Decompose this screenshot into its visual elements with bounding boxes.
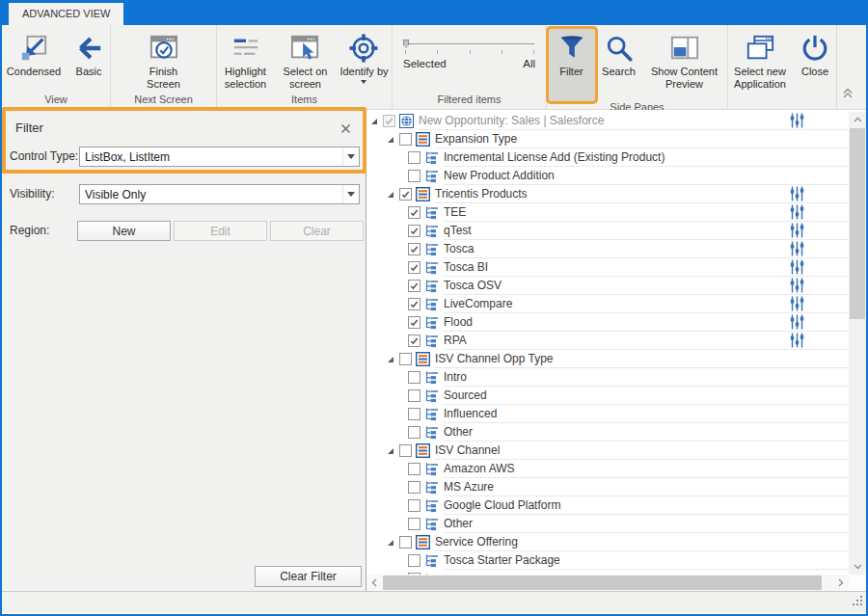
region-edit-button[interactable]: Edit: [174, 221, 267, 241]
tree-row[interactable]: Influenced: [366, 405, 849, 423]
scroll-left-button[interactable]: [366, 575, 382, 591]
show-content-preview-button[interactable]: Show Content Preview: [643, 29, 726, 93]
basic-button[interactable]: Basic: [68, 29, 110, 80]
expander-icon[interactable]: [387, 191, 399, 199]
collapse-ribbon-button[interactable]: [838, 87, 857, 102]
row-checkbox[interactable]: [408, 371, 420, 384]
row-checkbox[interactable]: [408, 151, 420, 164]
slider-thumb[interactable]: [403, 40, 409, 48]
row-checkbox[interactable]: [399, 353, 412, 365]
row-checkbox[interactable]: [399, 444, 412, 457]
highlight-selection-button[interactable]: Highlight selection: [217, 29, 274, 93]
tree-row[interactable]: Tosca OSV: [366, 277, 849, 295]
region-new-button[interactable]: New: [77, 221, 171, 241]
row-checkbox[interactable]: [408, 316, 420, 329]
steering-sliders-icon[interactable]: [790, 241, 804, 256]
tree-row[interactable]: LiveCompare: [366, 295, 849, 313]
identify-by-button[interactable]: Identify by: [337, 29, 392, 86]
close-button[interactable]: Close: [794, 29, 836, 80]
close-icon[interactable]: [340, 121, 352, 132]
search-button[interactable]: Search: [597, 29, 641, 80]
row-checkbox[interactable]: [408, 389, 420, 402]
tree-row[interactable]: Other: [366, 515, 849, 533]
tree-row[interactable]: Expansion Type: [366, 130, 849, 148]
tree-row[interactable]: ISV Channel: [366, 442, 849, 460]
row-checkbox[interactable]: [408, 225, 420, 237]
row-checkbox[interactable]: [408, 518, 420, 530]
horizontal-scrollbar-thumb[interactable]: [383, 576, 822, 590]
tree-row[interactable]: Intro: [366, 368, 849, 387]
row-checkbox[interactable]: [408, 206, 420, 219]
row-checkbox[interactable]: [408, 280, 420, 292]
tree-row[interactable]: Tosca BI: [366, 258, 849, 277]
row-checkbox[interactable]: [408, 463, 420, 475]
tree-row[interactable]: New Product Addition: [366, 167, 849, 185]
clear-filter-button[interactable]: Clear Filter: [255, 566, 362, 587]
row-checkbox[interactable]: [408, 499, 420, 512]
steering-sliders-icon[interactable]: [790, 113, 804, 128]
tree-row[interactable]: qTest: [366, 222, 849, 240]
row-checkbox[interactable]: [408, 335, 420, 347]
tree-row[interactable]: Sourced: [366, 387, 849, 405]
expander-icon[interactable]: [370, 118, 383, 125]
control-type-dropdown-button[interactable]: [342, 147, 359, 166]
tree-row[interactable]: ISV Channel Opp Type: [366, 350, 849, 368]
steering-sliders-icon[interactable]: [790, 186, 804, 201]
row-checkbox[interactable]: [408, 298, 420, 310]
horizontal-scrollbar[interactable]: [366, 575, 849, 591]
finish-screen-button[interactable]: Finish Screen: [138, 29, 190, 93]
resize-grip-icon[interactable]: [853, 593, 863, 610]
steering-sliders-icon[interactable]: [790, 314, 804, 330]
expander-icon[interactable]: [387, 356, 399, 363]
region-clear-button[interactable]: Clear: [270, 221, 364, 241]
select-on-screen-button[interactable]: Select on screen: [276, 29, 335, 93]
row-checkbox[interactable]: [408, 554, 420, 567]
steering-sliders-icon[interactable]: [790, 204, 804, 220]
row-checkbox[interactable]: [408, 261, 420, 274]
row-checkbox[interactable]: [408, 408, 420, 420]
tree-row[interactable]: Flood: [366, 313, 849, 332]
steering-sliders-icon[interactable]: [790, 296, 804, 311]
vertical-scrollbar-thumb[interactable]: [850, 128, 865, 319]
row-checkbox[interactable]: [399, 536, 412, 549]
tree-row[interactable]: Tosca Starter Package: [366, 551, 849, 570]
tree-row[interactable]: Incremental License Add (Existing Produc…: [366, 148, 849, 167]
scroll-down-button[interactable]: [849, 559, 866, 575]
control-type-combobox[interactable]: ListBox, ListItem: [79, 147, 360, 167]
filter-button[interactable]: Filter: [549, 29, 595, 101]
tree-row[interactable]: TEE: [366, 203, 849, 222]
condensed-button[interactable]: Condensed: [2, 29, 66, 80]
steering-sliders-icon[interactable]: [790, 333, 804, 348]
tree-row[interactable]: RPA: [366, 332, 849, 350]
steering-sliders-icon[interactable]: [790, 259, 804, 275]
row-checkbox[interactable]: [408, 170, 420, 182]
steering-sliders-icon[interactable]: [790, 278, 804, 293]
slider-track[interactable]: [405, 43, 534, 44]
tree-row[interactable]: Other: [366, 423, 849, 442]
select-new-application-button[interactable]: Select new Application: [728, 29, 792, 93]
tree-row[interactable]: Tosca: [366, 240, 849, 258]
expander-icon[interactable]: [387, 539, 399, 547]
row-checkbox[interactable]: [408, 426, 420, 439]
tree-row[interactable]: Google Cloud Platform: [366, 496, 849, 515]
expander-icon[interactable]: [387, 447, 399, 455]
filtered-items-slider[interactable]: Selected All: [393, 29, 546, 94]
tab-advanced-view[interactable]: ADVANCED VIEW: [9, 3, 123, 25]
steering-sliders-icon[interactable]: [790, 223, 804, 238]
scroll-up-button[interactable]: [849, 112, 866, 127]
visibility-dropdown-button[interactable]: [342, 185, 359, 203]
row-checkbox[interactable]: [408, 481, 420, 494]
tree-row[interactable]: Service Offering: [366, 533, 849, 551]
expander-icon[interactable]: [387, 136, 399, 144]
row-checkbox[interactable]: [383, 115, 395, 127]
visibility-combobox[interactable]: Visible Only: [79, 184, 360, 204]
tree-row[interactable]: Amazon AWS: [366, 460, 849, 478]
tree-row[interactable]: Tricentis Products: [366, 185, 849, 203]
row-checkbox[interactable]: [399, 188, 412, 201]
row-checkbox[interactable]: [408, 243, 420, 255]
row-checkbox[interactable]: [399, 133, 412, 146]
tree-row[interactable]: New Opportunity: Sales | Salesforce: [366, 112, 849, 130]
scroll-right-button[interactable]: [833, 575, 849, 591]
tree-row[interactable]: MS Azure: [366, 478, 849, 496]
vertical-scrollbar[interactable]: [849, 112, 866, 575]
